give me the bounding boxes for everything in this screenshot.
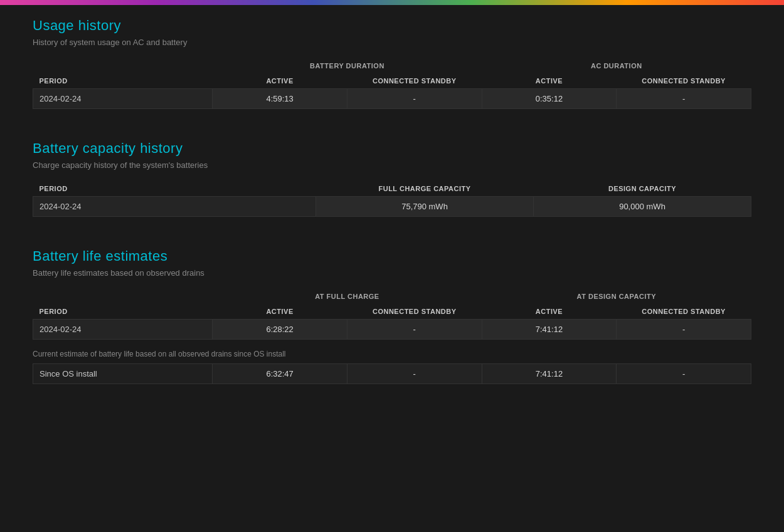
usage-history-title: Usage history [33,18,751,34]
capacity-period-col-header: PERIOD [33,181,316,197]
usage-history-section: Usage history History of system usage on… [33,18,751,109]
usage-battery-standby-col-header: CONNECTED STANDBY [347,73,482,89]
since-design-active-cell: 7:41:12 [482,364,617,384]
usage-battery-active-cell: 4:59:13 [213,89,347,109]
usage-group-header-row: BATTERY DURATION AC DURATION [33,58,751,73]
usage-period-group-empty [33,58,213,73]
capacity-history-row: 2024-02-24 75,790 mWh 90,000 mWh [33,197,751,217]
battery-life-title: Battery life estimates [33,248,751,264]
life-full-standby-col-header: CONNECTED STANDBY [347,304,482,320]
usage-ac-standby-col-header: CONNECTED STANDBY [617,73,751,89]
usage-history-table: BATTERY DURATION AC DURATION PERIOD ACTI… [33,58,751,109]
life-full-charge-group-header: AT FULL CHARGE [213,289,482,304]
usage-ac-standby-cell: - [617,89,751,109]
battery-life-table: AT FULL CHARGE AT DESIGN CAPACITY PERIOD… [33,289,751,340]
usage-ac-active-cell: 0:35:12 [482,89,617,109]
since-full-active-cell: 6:32:47 [213,364,347,384]
life-design-standby-cell: - [617,320,751,340]
usage-period-col-header: PERIOD [33,73,213,89]
usage-battery-duration-group-header: BATTERY DURATION [213,58,482,73]
life-period-col-header: PERIOD [33,304,213,320]
since-full-standby-cell: - [347,364,482,384]
battery-life-subtitle: Battery life estimates based on observed… [33,268,751,278]
life-period-cell: 2024-02-24 [33,320,213,340]
battery-life-table-container: AT FULL CHARGE AT DESIGN CAPACITY PERIOD… [33,289,751,340]
usage-col-header-row: PERIOD ACTIVE CONNECTED STANDBY ACTIVE C… [33,73,751,89]
life-full-active-cell: 6:28:22 [213,320,347,340]
capacity-full-cell: 75,790 mWh [316,197,534,217]
usage-battery-active-col-header: ACTIVE [213,73,347,89]
life-estimate-row: 2024-02-24 6:28:22 - 7:41:12 - [33,320,751,340]
battery-capacity-section: Battery capacity history Charge capacity… [33,140,751,217]
life-period-group-empty [33,289,213,304]
estimate-note: Current estimate of battery life based o… [33,350,751,358]
since-design-standby-cell: - [617,364,751,384]
usage-period-cell: 2024-02-24 [33,89,213,109]
life-design-active-cell: 7:41:12 [482,320,617,340]
life-full-standby-cell: - [347,320,482,340]
top-progress-bar [0,0,784,5]
since-install-table: Since OS install 6:32:47 - 7:41:12 - [33,363,751,384]
life-design-capacity-group-header: AT DESIGN CAPACITY [482,289,751,304]
capacity-design-cell: 90,000 mWh [534,197,751,217]
capacity-full-col-header: FULL CHARGE CAPACITY [316,181,534,197]
since-os-install-row: Since OS install 6:32:47 - 7:41:12 - [33,364,751,384]
life-group-header-row: AT FULL CHARGE AT DESIGN CAPACITY [33,289,751,304]
capacity-period-cell: 2024-02-24 [33,197,316,217]
usage-history-row: 2024-02-24 4:59:13 - 0:35:12 - [33,89,751,109]
usage-history-table-container: BATTERY DURATION AC DURATION PERIOD ACTI… [33,58,751,109]
usage-battery-standby-cell: - [347,89,482,109]
usage-ac-active-col-header: ACTIVE [482,73,617,89]
life-design-active-col-header: ACTIVE [482,304,617,320]
capacity-col-header-row: PERIOD FULL CHARGE CAPACITY DESIGN CAPAC… [33,181,751,197]
battery-capacity-title: Battery capacity history [33,140,751,157]
life-full-active-col-header: ACTIVE [213,304,347,320]
battery-capacity-table: PERIOD FULL CHARGE CAPACITY DESIGN CAPAC… [33,181,751,217]
battery-capacity-table-container: PERIOD FULL CHARGE CAPACITY DESIGN CAPAC… [33,181,751,217]
since-label-cell: Since OS install [33,364,213,384]
usage-ac-duration-group-header: AC DURATION [482,58,751,73]
life-design-standby-col-header: CONNECTED STANDBY [617,304,751,320]
battery-life-section: Battery life estimates Battery life esti… [33,248,751,384]
since-install-table-container: Since OS install 6:32:47 - 7:41:12 - [33,363,751,384]
capacity-design-col-header: DESIGN CAPACITY [534,181,751,197]
battery-capacity-subtitle: Charge capacity history of the system's … [33,160,751,170]
usage-history-subtitle: History of system usage on AC and batter… [33,38,751,47]
life-col-header-row: PERIOD ACTIVE CONNECTED STANDBY ACTIVE C… [33,304,751,320]
